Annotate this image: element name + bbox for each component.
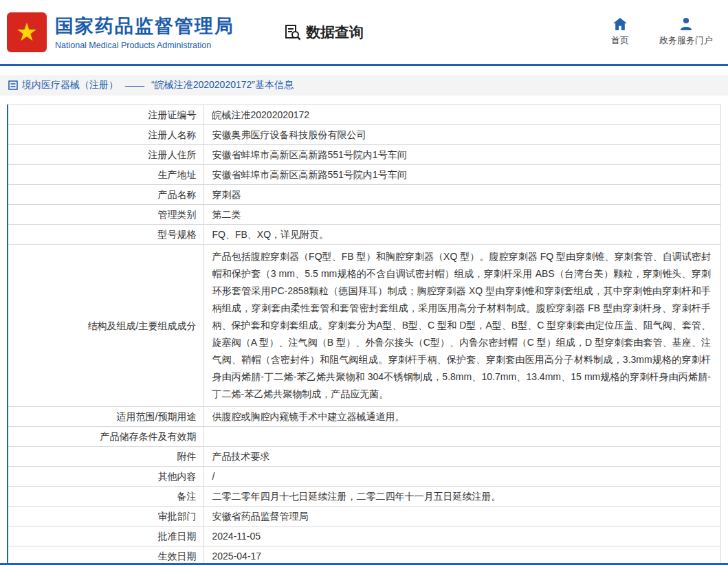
table-row: 注册证编号 皖械注准20202020172	[8, 105, 721, 125]
registration-detail: 注册证编号 皖械注准20202020172 注册人名称 安徽奥弗医疗设备科技股份…	[7, 104, 721, 565]
table-row: 管理类别 第二类	[8, 205, 721, 225]
table-row: 产品储存条件及有效期	[8, 427, 721, 447]
field-label: 备注	[8, 487, 203, 507]
field-value: 安徽省药品监督管理局	[203, 507, 721, 527]
nav-home-label: 首页	[611, 34, 629, 47]
field-label: 产品储存条件及有效期	[8, 427, 203, 447]
document-search-icon	[284, 23, 302, 41]
table-row: 型号规格 FQ、FB、XQ，详见附页。	[8, 225, 721, 245]
field-label: 注册证编号	[8, 105, 203, 125]
table-row: 备注 二零二零年四月十七日延续注册，二零二四年十一月五日延续注册。	[8, 487, 721, 507]
field-value: 2024-11-05	[203, 527, 721, 546]
field-value: FQ、FB、XQ，详见附页。	[203, 225, 721, 245]
field-value: 供腹腔或胸腔内窥镜手术中建立器械通道用。	[203, 407, 721, 427]
field-label: 审批部门	[8, 507, 203, 527]
field-value: 二零二零年四月十七日延续注册，二零二四年十一月五日延续注册。	[203, 487, 721, 507]
field-label: 型号规格	[8, 225, 203, 245]
field-label: 结构及组成/主要组成成分	[8, 245, 203, 407]
home-icon	[613, 17, 628, 31]
field-value: 穿刺器	[203, 185, 721, 205]
page-title: “皖械注准20202020172”基本信息	[151, 79, 294, 91]
nav-gov-portal[interactable]: 政务服务门户	[659, 17, 713, 47]
table-row: 审批部门 安徽省药品监督管理局	[8, 507, 721, 527]
field-label: 附件	[8, 447, 203, 467]
person-icon	[679, 17, 694, 31]
detail-table: 注册证编号 皖械注准20202020172 注册人名称 安徽奥弗医疗设备科技股份…	[7, 104, 721, 565]
field-label: 适用范围/预期用途	[8, 407, 203, 427]
breadcrumb-separator: ——	[125, 80, 144, 91]
field-label: 生效日期	[8, 546, 203, 565]
data-query-label: 数据查询	[306, 23, 364, 42]
field-label: 其他内容	[8, 467, 203, 487]
field-label: 管理类别	[8, 205, 203, 225]
table-row: 生产地址 安徽省蚌埠市高新区高新路551号院内1号车间	[8, 165, 721, 185]
breadcrumb: 境内医疗器械（注册） —— “皖械注准20202020172”基本信息	[0, 75, 728, 96]
table-row: 批准日期 2024-11-05	[8, 527, 721, 546]
field-label: 生产地址	[8, 165, 203, 185]
nav-home[interactable]: 首页	[611, 17, 629, 47]
national-emblem-logo: ★	[7, 12, 47, 52]
field-label: 产品名称	[8, 185, 203, 205]
table-row: 注册人名称 安徽奥弗医疗设备科技股份有限公司	[8, 125, 721, 145]
field-value: 第二类	[203, 205, 721, 225]
breadcrumb-section[interactable]: 境内医疗器械（注册）	[22, 79, 118, 91]
table-row: 生效日期 2025-04-17	[8, 546, 721, 565]
brand-text: 国家药品监督管理局 National Medical Products Admi…	[55, 14, 234, 50]
field-value	[203, 427, 721, 447]
header-nav: 首页 政务服务门户	[611, 17, 713, 47]
table-row: 其他内容 /	[8, 467, 721, 487]
field-value: 皖械注准20202020172	[203, 105, 721, 125]
table-row: 产品名称 穿刺器	[8, 185, 721, 205]
field-value: 产品包括腹腔穿刺器（FQ型、FB 型）和胸腔穿刺器（XQ 型）。腹腔穿刺器 FQ…	[203, 245, 721, 407]
field-value: 产品技术要求	[203, 447, 721, 467]
field-value: 2025-04-17	[203, 546, 721, 565]
field-value: 安徽省蚌埠市高新区高新路551号院内1号车间	[203, 165, 721, 185]
org-name-cn: 国家药品监督管理局	[55, 14, 234, 38]
page-header: ★ 国家药品监督管理局 National Medical Products Ad…	[0, 0, 728, 66]
field-label: 注册人名称	[8, 125, 203, 145]
table-row: 注册人住所 安徽省蚌埠市高新区高新路551号院内1号车间	[8, 145, 721, 165]
table-row: 结构及组成/主要组成成分 产品包括腹腔穿刺器（FQ型、FB 型）和胸腔穿刺器（X…	[8, 245, 721, 407]
field-label: 批准日期	[8, 527, 203, 546]
field-value: /	[203, 467, 721, 487]
table-row: 适用范围/预期用途 供腹腔或胸腔内窥镜手术中建立器械通道用。	[8, 407, 721, 427]
field-value: 安徽奥弗医疗设备科技股份有限公司	[203, 125, 721, 145]
table-row: 附件 产品技术要求	[8, 447, 721, 467]
field-label: 注册人住所	[8, 145, 203, 165]
field-value: 安徽省蚌埠市高新区高新路551号院内1号车间	[203, 145, 721, 165]
nav-gov-portal-label: 政务服务门户	[659, 34, 713, 47]
list-window-icon	[8, 80, 18, 90]
org-name-en: National Medical Products Administration	[55, 41, 234, 50]
data-query-tab[interactable]: 数据查询	[284, 23, 364, 42]
